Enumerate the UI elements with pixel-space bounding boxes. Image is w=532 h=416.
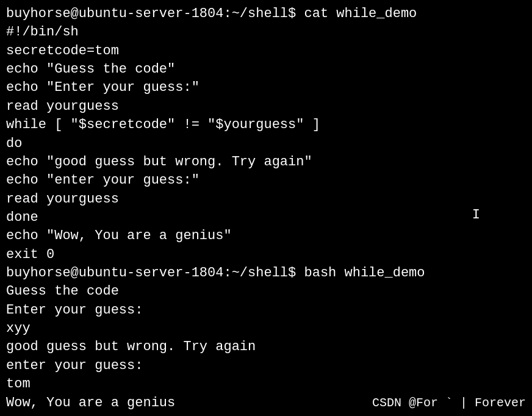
terminal-line: #!/bin/sh — [6, 23, 526, 41]
terminal-line: xyy — [6, 320, 526, 338]
terminal-line: Enter your guess: — [6, 301, 526, 320]
terminal-line: good guess but wrong. Try again — [6, 338, 526, 356]
terminal-line: done — [6, 209, 526, 227]
terminal-line: echo "Enter your guess:" — [6, 79, 526, 97]
terminal-line: echo "Guess the code" — [6, 60, 526, 79]
terminal-line: buyhorse@ubuntu-server-1804:~/shell$ cat… — [6, 5, 526, 23]
terminal-window: buyhorse@ubuntu-server-1804:~/shell$ cat… — [0, 0, 532, 416]
terminal-line: read yourguess — [6, 98, 526, 116]
terminal-line: secretcode=tom — [6, 42, 526, 60]
terminal-line: Guess the code — [6, 282, 526, 301]
terminal-line: echo "good guess but wrong. Try again" — [6, 153, 526, 171]
terminal-line: while [ "$secretcode" != "$yourguess" ] — [6, 116, 526, 134]
terminal-line: read yourguess — [6, 190, 526, 209]
terminal-line: enter your guess: — [6, 357, 526, 375]
terminal-line: buyhorse@ubuntu-server-1804:~/shell$ bas… — [6, 264, 526, 282]
cursor-indicator: I — [472, 207, 480, 223]
terminal-line: tom — [6, 375, 526, 393]
terminal-line: echo "Wow, You are a genius" — [6, 227, 526, 245]
terminal-line: exit 0 — [6, 246, 526, 264]
terminal-line: do — [6, 135, 526, 153]
terminal-line: echo "enter your guess:" — [6, 171, 526, 190]
watermark-text: CSDN @For ` | Forever — [372, 396, 526, 410]
